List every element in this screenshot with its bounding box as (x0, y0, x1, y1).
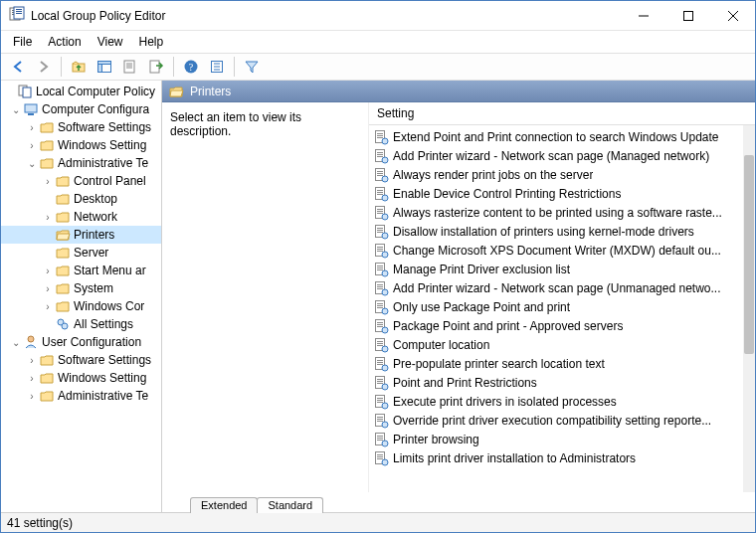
tree-user-config[interactable]: ⌄ User Configuration (1, 333, 161, 351)
expand-icon[interactable]: › (41, 301, 55, 312)
collapse-icon[interactable]: ⌄ (9, 104, 23, 115)
close-button[interactable] (710, 1, 755, 31)
tree-start-menu[interactable]: › Start Menu ar (1, 262, 161, 279)
toolbar: ? (1, 53, 755, 81)
filter-button[interactable] (240, 55, 264, 79)
tree-all-settings[interactable]: All Settings (1, 315, 161, 333)
menu-view[interactable]: View (90, 33, 131, 51)
list-item[interactable]: Package Point and print - Approved serve… (369, 316, 755, 335)
list-item[interactable]: Add Printer wizard - Network scan page (… (369, 146, 755, 165)
tree-desktop[interactable]: Desktop (1, 190, 161, 208)
svg-rect-100 (377, 379, 383, 380)
list-item[interactable]: Disallow installation of printers using … (369, 222, 755, 241)
tree-windows-settings[interactable]: › Windows Setting (1, 136, 161, 154)
menu-file[interactable]: File (5, 33, 40, 51)
expand-icon[interactable]: › (41, 212, 55, 223)
tree-computer-config[interactable]: ⌄ Computer Configura (1, 100, 161, 118)
list-item[interactable]: Computer location (369, 335, 755, 354)
expand-icon[interactable]: › (41, 176, 55, 187)
list-item[interactable]: Manage Print Driver exclusion list (369, 260, 755, 278)
svg-point-32 (62, 323, 68, 329)
toolbar-separator (234, 57, 235, 77)
collapse-icon[interactable]: ⌄ (25, 158, 39, 169)
list-item[interactable]: Add Printer wizard - Network scan page (… (369, 278, 755, 297)
expand-icon[interactable]: › (25, 373, 39, 384)
policy-setting-icon (373, 356, 389, 372)
list-item[interactable]: Execute print drivers in isolated proces… (369, 392, 755, 411)
svg-rect-112 (377, 421, 383, 422)
folder-icon (55, 191, 71, 207)
vertical-scrollbar[interactable] (743, 125, 755, 492)
tree-user-software[interactable]: › Software Settings (1, 351, 161, 369)
back-button[interactable] (6, 55, 30, 79)
scrollbar-thumb[interactable] (744, 155, 754, 354)
expand-icon[interactable]: › (25, 355, 39, 366)
svg-rect-76 (377, 286, 383, 287)
list-item[interactable]: Point and Print Restrictions (369, 373, 755, 392)
tree-windows-components[interactable]: › Windows Cor (1, 297, 161, 315)
expand-icon[interactable]: › (41, 266, 55, 276)
svg-rect-60 (377, 228, 383, 229)
tree-control-panel[interactable]: › Control Panel (1, 172, 161, 190)
maximize-button[interactable] (665, 1, 710, 31)
fade-overlay (369, 478, 743, 492)
policy-setting-icon (373, 299, 389, 315)
menu-action[interactable]: Action (40, 33, 89, 51)
folder-icon (55, 280, 71, 296)
list-item[interactable]: Printer browsing (369, 430, 755, 448)
expand-icon[interactable]: › (41, 283, 55, 294)
tree-network[interactable]: › Network (1, 208, 161, 226)
options-button[interactable] (205, 55, 229, 79)
svg-rect-75 (377, 284, 383, 285)
tree-admin-templates[interactable]: ⌄ Administrative Te (1, 154, 161, 172)
properties-button[interactable] (118, 55, 142, 79)
list-item[interactable]: Always render print jobs on the server (369, 165, 755, 184)
svg-rect-42 (377, 156, 383, 157)
minimize-button[interactable] (621, 1, 665, 31)
tab-standard[interactable]: Standard (257, 497, 323, 513)
tree-software-settings[interactable]: › Software Settings (1, 118, 161, 136)
expand-icon[interactable]: › (25, 140, 39, 151)
list-item[interactable]: Only use Package Point and print (369, 297, 755, 316)
list-item[interactable]: Override print driver execution compatib… (369, 411, 755, 430)
expand-icon[interactable]: › (25, 122, 39, 133)
tree-user-windows[interactable]: › Windows Setting (1, 369, 161, 387)
help-button[interactable]: ? (179, 55, 203, 79)
list-item[interactable]: Enable Device Control Printing Restricti… (369, 184, 755, 203)
toolbar-separator (173, 57, 174, 77)
list-item[interactable]: Extend Point and Print connection to sea… (369, 127, 755, 146)
description-placeholder: Select an item to view its description. (170, 110, 301, 138)
up-button[interactable] (67, 55, 91, 79)
list-item[interactable]: Limits print driver installation to Admi… (369, 448, 755, 467)
tree-printers[interactable]: Printers (1, 226, 161, 244)
list-item-label: Manage Print Driver exclusion list (393, 263, 570, 276)
show-hide-tree-button[interactable] (93, 55, 116, 79)
svg-rect-106 (377, 400, 383, 401)
tree-pane[interactable]: Local Computer Policy ⌄ Computer Configu… (1, 81, 162, 512)
tab-extended[interactable]: Extended (190, 497, 258, 513)
column-header-setting[interactable]: Setting (369, 102, 755, 125)
list-scroll[interactable]: Extend Point and Print connection to sea… (369, 125, 755, 492)
list-item[interactable]: Pre-populate printer search location tex… (369, 354, 755, 373)
folder-icon (55, 245, 71, 261)
list-item-label: Enable Device Control Printing Restricti… (393, 187, 621, 201)
collapse-icon[interactable]: ⌄ (9, 337, 23, 348)
menu-help[interactable]: Help (131, 33, 172, 51)
list-item-label: Limits print driver installation to Admi… (393, 451, 636, 465)
list-item[interactable]: Change Microsoft XPS Document Writer (MX… (369, 241, 755, 260)
expand-icon[interactable]: › (25, 391, 39, 402)
tree-root[interactable]: Local Computer Policy (1, 83, 161, 100)
tree-system[interactable]: › System (1, 279, 161, 297)
window-controls (621, 1, 755, 31)
folder-icon (55, 173, 71, 189)
tree-server[interactable]: Server (1, 244, 161, 262)
tree-user-admin[interactable]: › Administrative Te (1, 387, 161, 405)
policy-setting-icon (373, 394, 389, 410)
forward-button[interactable] (32, 55, 56, 79)
list-item-label: Disallow installation of printers using … (393, 225, 694, 239)
svg-rect-120 (377, 454, 383, 455)
list-item[interactable]: Always rasterize content to be printed u… (369, 203, 755, 222)
svg-rect-62 (377, 232, 383, 233)
list-item-label: Pre-populate printer search location tex… (393, 357, 605, 371)
export-button[interactable] (144, 55, 168, 79)
